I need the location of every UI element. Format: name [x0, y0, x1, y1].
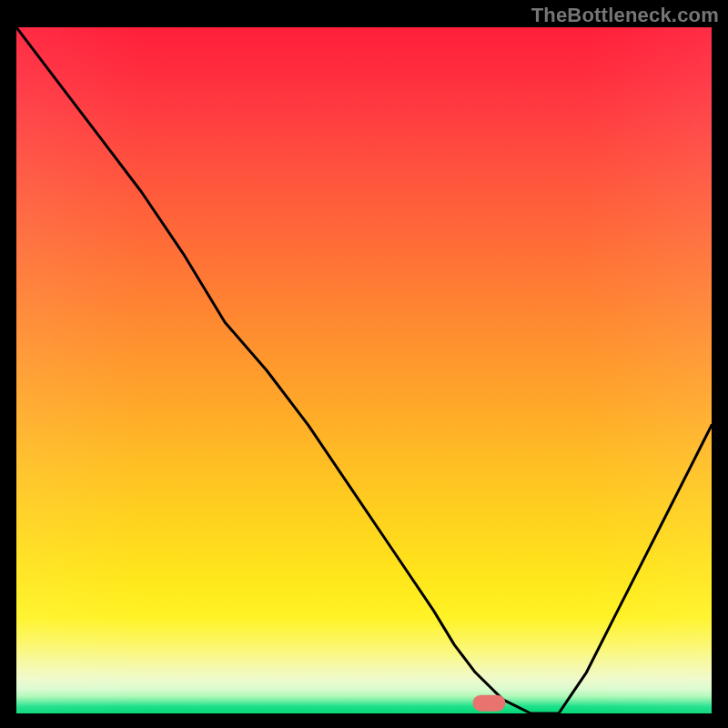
watermark-text: TheBottleneck.com	[531, 4, 719, 27]
plot-area	[16, 27, 712, 713]
bottleneck-curve	[16, 27, 712, 713]
optimal-marker	[473, 695, 506, 712]
curve-layer	[16, 27, 712, 713]
chart-frame: TheBottleneck.com	[0, 0, 728, 728]
